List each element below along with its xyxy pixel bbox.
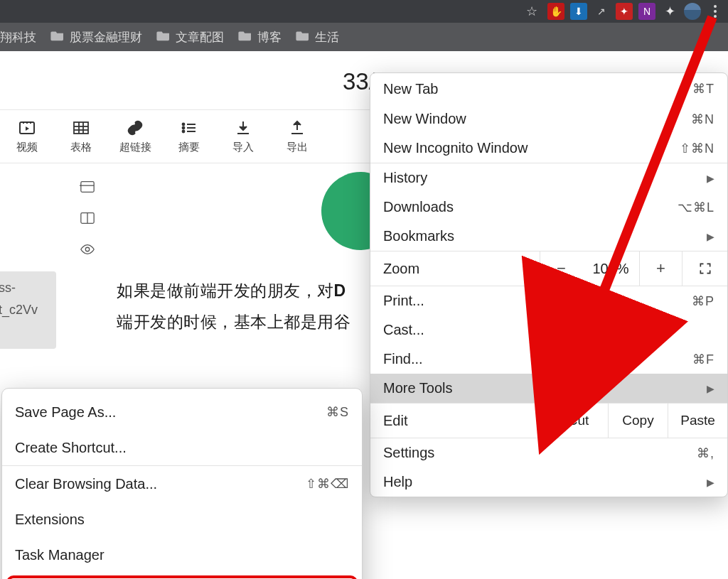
svg-rect-3	[30, 121, 31, 124]
extension-icon-onenote[interactable]: N	[638, 3, 655, 20]
menu-downloads[interactable]: Downloads⌥⌘L	[370, 193, 727, 222]
menu-find[interactable]: Find...⌘F	[370, 345, 727, 374]
bookmark-folder[interactable]: 生活	[296, 29, 339, 45]
extensions-puzzle-icon[interactable]: ✦	[661, 3, 678, 20]
tool-video[interactable]: 视频	[0, 110, 54, 163]
svg-rect-5	[74, 122, 88, 134]
svg-marker-4	[26, 126, 29, 131]
extension-icon-spark[interactable]: ✦	[616, 3, 633, 20]
edit-paste-button[interactable]: Paste	[668, 404, 727, 438]
side-layout-icons	[80, 179, 95, 257]
page-content: 33/ 视频 表格 超链接 摘要 导入 导出 n.top) ss-t_c2Vv …	[0, 51, 728, 579]
chrome-main-menu: New Tab⌘T New Window⌘N New Incognito Win…	[370, 72, 728, 497]
more-tools-submenu: Save Page As...⌘S Create Shortcut... Cle…	[1, 388, 363, 579]
bookmark-folder[interactable]: 博客	[238, 29, 282, 45]
folder-icon	[296, 30, 310, 45]
submenu-save-page[interactable]: Save Page As...⌘S	[2, 394, 362, 430]
svg-point-15	[183, 130, 185, 132]
folder-icon	[156, 30, 171, 45]
code-scrap-block: ss-t_c2Vv	[0, 271, 56, 349]
chevron-right-icon: ▶	[707, 231, 714, 242]
chevron-right-icon: ▶	[707, 383, 714, 394]
edit-copy-button[interactable]: Copy	[608, 404, 668, 438]
browser-chrome-bar: ☆ ✋ ⬇ ↗ ✦ N ✦	[0, 0, 728, 23]
article-text: 如果是做前端开发的朋友，对D 端开发的时候，基本上都是用谷	[117, 276, 350, 337]
menu-print[interactable]: Print...⌘P	[370, 286, 727, 315]
svg-rect-2	[26, 121, 28, 124]
tool-summary[interactable]: 摘要	[162, 110, 216, 163]
zoom-in-button[interactable]: +	[639, 251, 682, 286]
svg-rect-1	[23, 121, 24, 124]
bookmarks-bar: 翔科技 股票金融理财 文章配图 博客 生活	[0, 23, 728, 51]
fullscreen-button[interactable]	[682, 251, 727, 286]
menu-cast[interactable]: Cast...	[370, 315, 727, 345]
zoom-out-button[interactable]: −	[540, 251, 582, 286]
zoom-label: Zoom	[370, 261, 540, 277]
zoom-value: 100%	[582, 261, 639, 277]
extension-icon-block[interactable]: ✋	[547, 3, 564, 20]
extension-icon-download[interactable]: ⬇	[570, 3, 587, 20]
menu-help[interactable]: Help▶	[370, 467, 727, 497]
svg-rect-17	[81, 182, 94, 193]
folder-icon	[50, 30, 65, 45]
chevron-right-icon: ▶	[707, 477, 714, 488]
menu-bookmarks[interactable]: Bookmarks▶	[370, 222, 727, 251]
star-icon[interactable]: ☆	[526, 4, 537, 19]
svg-point-13	[183, 126, 185, 129]
tool-table[interactable]: 表格	[54, 110, 108, 163]
extension-icon-arrow[interactable]: ↗	[593, 3, 610, 20]
developer-tools-highlight: Developer Tools⌥⌘I	[6, 575, 358, 579]
menu-more-tools[interactable]: More Tools▶	[370, 374, 727, 403]
layout-column-icon[interactable]	[80, 210, 95, 226]
menu-incognito[interactable]: New Incognito Window⇧⌘N	[370, 134, 727, 163]
menu-new-window[interactable]: New Window⌘N	[370, 104, 727, 134]
bookmark-folder[interactable]: 股票金融理财	[50, 29, 142, 45]
eye-icon[interactable]	[80, 242, 95, 257]
chevron-right-icon: ▶	[707, 173, 714, 184]
edit-cut-button[interactable]: Cut	[548, 404, 608, 438]
submenu-task-manager[interactable]: Task Manager	[2, 537, 362, 573]
layout-row-icon[interactable]	[80, 179, 95, 195]
menu-settings[interactable]: Settings⌘,	[370, 438, 727, 467]
folder-icon	[238, 30, 252, 45]
menu-zoom-row: Zoom − 100% +	[370, 251, 727, 286]
edit-label: Edit	[370, 413, 548, 429]
submenu-clear-data[interactable]: Clear Browsing Data...⇧⌘⌫	[2, 466, 362, 502]
profile-avatar[interactable]	[684, 3, 701, 20]
bookmark-folder[interactable]: 翔科技	[0, 29, 36, 45]
menu-history[interactable]: History▶	[370, 163, 727, 193]
menu-new-tab[interactable]: New Tab⌘T	[370, 73, 727, 104]
tool-link[interactable]: 超链接	[108, 110, 162, 163]
svg-point-11	[183, 123, 185, 125]
submenu-create-shortcut[interactable]: Create Shortcut...	[2, 430, 362, 465]
tool-export[interactable]: 导出	[270, 110, 324, 163]
menu-edit-row: Edit Cut Copy Paste	[370, 403, 727, 438]
chrome-menu-button[interactable]	[707, 3, 724, 20]
bookmark-folder[interactable]: 文章配图	[156, 29, 224, 45]
svg-point-21	[85, 247, 90, 251]
submenu-extensions[interactable]: Extensions	[2, 502, 362, 537]
tool-import[interactable]: 导入	[216, 110, 270, 163]
